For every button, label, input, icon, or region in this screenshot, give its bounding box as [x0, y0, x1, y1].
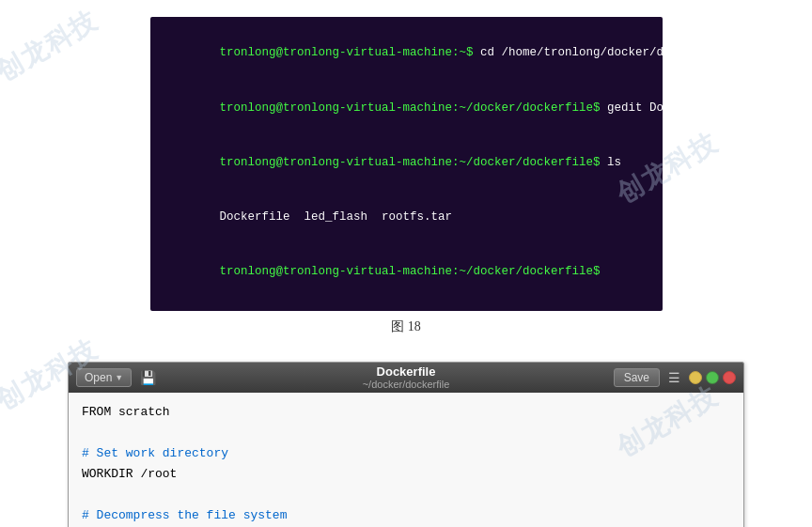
open-arrow-icon: ▼: [115, 373, 123, 382]
fig18-label: 图 18: [391, 318, 421, 335]
code-line-5: [82, 485, 730, 505]
titlebar-left: Open ▼ 💾: [76, 368, 161, 387]
editor-body[interactable]: FROM scratch # Set work directory WORKDI…: [69, 393, 743, 527]
terminal-output-1: Dockerfile led_flash rootfs.tar: [164, 190, 649, 244]
editor-section: Open ▼ 💾 Dockerfile ~/docker/dockerfile …: [0, 362, 812, 527]
save-text-button[interactable]: Save: [614, 368, 660, 387]
menu-button[interactable]: ☰: [664, 368, 685, 387]
terminal-box: tronlong@tronlong-virtual-machine:~$ cd …: [150, 17, 663, 311]
terminal-line-3: tronlong@tronlong-virtual-machine:~/dock…: [164, 135, 649, 190]
close-button[interactable]: [723, 371, 736, 384]
page: 创龙科技 创龙科技 创龙科技 创龙科技 tronlong@tronlong-vi…: [0, 0, 812, 527]
terminal-prompt-5: tronlong@tronlong-virtual-machine:~/dock…: [220, 265, 608, 278]
hamburger-icon: ☰: [668, 370, 680, 385]
floppy-icon: 💾: [140, 370, 156, 385]
code-line-2: [82, 423, 730, 443]
open-button[interactable]: Open ▼: [76, 368, 132, 387]
editor-titlebar: Open ▼ 💾 Dockerfile ~/docker/dockerfile …: [69, 363, 743, 393]
terminal-line-5: tronlong@tronlong-virtual-machine:~/dock…: [164, 245, 649, 300]
code-line-3: # Set work directory: [82, 443, 730, 464]
terminal-prompt-1: tronlong@tronlong-virtual-machine:~$: [220, 46, 481, 59]
terminal-prompt-2: tronlong@tronlong-virtual-machine:~/dock…: [220, 101, 608, 115]
editor-title-center: Dockerfile ~/docker/dockerfile: [363, 364, 450, 390]
code-line-1: FROM scratch: [82, 402, 730, 423]
titlebar-right: Save ☰: [614, 368, 736, 387]
terminal-cmd-3: ls: [607, 156, 621, 169]
terminal-cmd-1: cd /home/tronlong/docker/dockerfile: [480, 46, 727, 59]
minimize-button[interactable]: [689, 371, 702, 384]
terminal-output-text: Dockerfile led_flash rootfs.tar: [220, 210, 453, 224]
editor-window: Open ▼ 💾 Dockerfile ~/docker/dockerfile …: [68, 362, 744, 527]
code-line-6: # Decompress the file system: [82, 505, 730, 526]
maximize-button[interactable]: [706, 371, 719, 384]
terminal-line-1: tronlong@tronlong-virtual-machine:~$ cd …: [164, 26, 649, 81]
save-icon-button[interactable]: 💾: [135, 368, 161, 387]
open-button-label: Open: [85, 371, 112, 384]
terminal-section: tronlong@tronlong-virtual-machine:~$ cd …: [0, 17, 812, 335]
terminal-line-2: tronlong@tronlong-virtual-machine:~/dock…: [164, 81, 649, 135]
terminal-prompt-3: tronlong@tronlong-virtual-machine:~/dock…: [220, 156, 608, 169]
editor-filename: Dockerfile: [363, 364, 450, 379]
code-line-4: WORKDIR /root: [82, 464, 730, 485]
terminal-cmd-2: gedit Dockerfile: [607, 101, 720, 115]
editor-filepath: ~/docker/dockerfile: [363, 379, 450, 390]
